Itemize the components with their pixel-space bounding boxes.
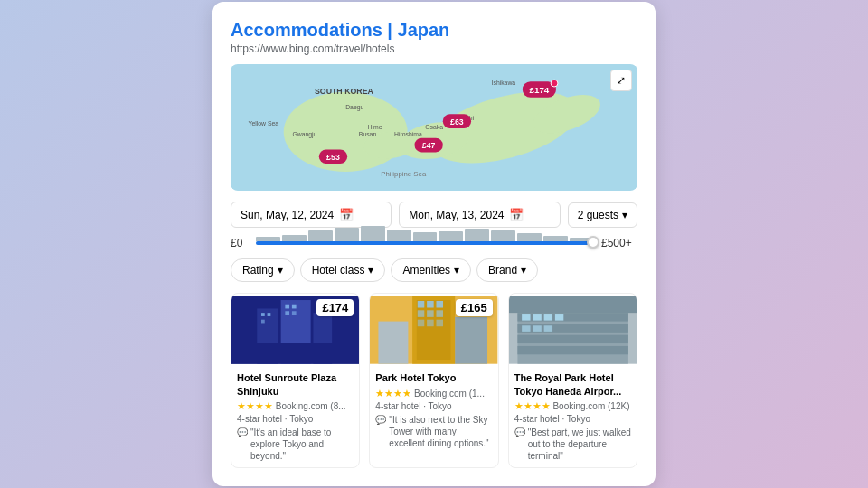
bar-10 — [491, 230, 515, 241]
hotel-image-1: £174 — [231, 294, 359, 366]
svg-rect-57 — [517, 335, 627, 343]
main-card: Accommodations | Japan https://www.bing.… — [212, 2, 656, 486]
hotel-stars-1: ★★★★ — [237, 400, 273, 411]
hotel-name-2: Park Hotel Tokyo — [375, 371, 492, 384]
checkout-calendar-icon: 📅 — [509, 208, 524, 221]
hotel-info-3: The Royal Park Hotel Tokyo Haneda Airpor… — [509, 366, 637, 467]
bar-8 — [439, 231, 463, 241]
svg-rect-35 — [285, 305, 289, 309]
svg-text:Osaka: Osaka — [425, 124, 443, 130]
filter-brand-label: Brand — [488, 264, 517, 277]
bar-6 — [387, 230, 411, 241]
bar-12 — [543, 236, 568, 242]
svg-rect-64 — [533, 325, 541, 332]
map-container: SOUTH KOREA Daegu Yellow Sea Gwangju Bus… — [231, 64, 637, 191]
bar-5 — [361, 226, 385, 242]
bar-2 — [282, 235, 307, 242]
svg-text:£53: £53 — [326, 153, 340, 162]
filter-rating-label: Rating — [242, 264, 274, 277]
bar-3 — [308, 230, 333, 241]
svg-rect-52 — [456, 317, 488, 364]
checkout-value: Mon, May, 13, 2024 — [409, 209, 504, 221]
filter-amenities-label: Amenities — [402, 264, 450, 277]
price-slider-track[interactable] — [256, 241, 594, 245]
filter-hotel-class-label: Hotel class — [312, 264, 365, 277]
filter-brand[interactable]: Brand ▾ — [476, 258, 538, 282]
review-icon-2: 💬 — [375, 414, 386, 426]
hotels-grid: £174 Hotel Sunroute Plaza Shinjuku ★★★★ … — [231, 293, 637, 468]
price-min-label: £0 — [231, 237, 249, 249]
svg-text:Daegu: Daegu — [345, 105, 363, 112]
hotel-image-3 — [509, 294, 637, 366]
svg-rect-59 — [522, 314, 530, 321]
filter-brand-chevron: ▾ — [521, 264, 526, 277]
filter-rating-chevron: ▾ — [278, 264, 283, 277]
svg-rect-61 — [543, 314, 552, 321]
bar-4 — [335, 228, 359, 241]
hotel-price-badge-2: £165 — [456, 299, 493, 316]
svg-rect-44 — [437, 301, 444, 308]
filter-amenities[interactable]: Amenities ▾ — [391, 258, 471, 282]
svg-text:Busan: Busan — [359, 131, 377, 137]
svg-rect-37 — [285, 311, 289, 315]
svg-text:Gwangju: Gwangju — [292, 131, 316, 138]
hotel-review-3: 💬 "Best part, we just walked out to the … — [514, 427, 631, 462]
svg-rect-32 — [261, 313, 265, 316]
svg-text:Hime: Hime — [368, 124, 382, 130]
svg-text:SOUTH KOREA: SOUTH KOREA — [315, 87, 374, 96]
guests-chevron-icon: ▾ — [622, 209, 627, 221]
review-icon-1: 💬 — [237, 427, 248, 438]
hotel-image-2: £165 — [370, 294, 497, 366]
bar-7 — [413, 232, 438, 241]
svg-text:£47: £47 — [422, 142, 436, 151]
hotel-stars-3: ★★★★ — [514, 400, 551, 411]
svg-rect-38 — [292, 311, 297, 315]
checkin-value: Sun, May, 12, 2024 — [241, 209, 334, 221]
filter-hotel-class[interactable]: Hotel class ▾ — [300, 258, 386, 282]
checkin-calendar-icon: 📅 — [339, 208, 354, 221]
page-title: Accommodations | Japan — [231, 20, 637, 41]
slider-thumb[interactable] — [587, 236, 599, 249]
hotel-card-1[interactable]: £174 Hotel Sunroute Plaza Shinjuku ★★★★ … — [231, 293, 360, 468]
svg-rect-60 — [533, 314, 541, 321]
svg-rect-36 — [292, 305, 297, 309]
map-expand-button[interactable]: ⤢ — [610, 70, 632, 91]
slider-fill — [256, 241, 594, 245]
hotel-review-1: 💬 "It's an ideal base to explore Tokyo a… — [237, 427, 354, 462]
svg-rect-47 — [437, 311, 444, 318]
filter-hotel-class-chevron: ▾ — [368, 264, 373, 277]
svg-rect-41 — [417, 300, 451, 360]
hotel-card-3[interactable]: The Royal Park Hotel Tokyo Haneda Airpor… — [508, 293, 637, 468]
svg-rect-33 — [268, 313, 271, 316]
svg-rect-45 — [418, 311, 425, 318]
filter-row: Rating ▾ Hotel class ▾ Amenities ▾ Brand… — [231, 258, 637, 282]
filter-amenities-chevron: ▾ — [454, 264, 459, 277]
hotel-type-3: 4-star hotel · Tokyo — [514, 414, 631, 424]
hotel-info-1: Hotel Sunroute Plaza Shinjuku ★★★★ Booki… — [231, 366, 359, 467]
hotel-info-2: Park Hotel Tokyo ★★★★ Booking.com (1... … — [370, 366, 497, 454]
svg-text:Hiroshima: Hiroshima — [394, 131, 422, 137]
svg-rect-58 — [517, 346, 627, 354]
review-icon-3: 💬 — [514, 427, 525, 438]
svg-text:Philippine Sea: Philippine Sea — [381, 170, 427, 178]
svg-rect-51 — [379, 322, 409, 364]
hotel-stars-2: ★★★★ — [375, 388, 411, 399]
svg-rect-62 — [555, 314, 563, 321]
svg-text:Yellow Sea: Yellow Sea — [249, 120, 279, 127]
page-url: https://www.bing.com/travel/hotels — [231, 42, 637, 55]
hotel-type-1: 4-star hotel · Tokyo — [237, 414, 354, 424]
hotel-booking-1: ★★★★ Booking.com (8... — [237, 400, 354, 412]
hotel-card-2[interactable]: £165 Park Hotel Tokyo ★★★★ Booking.com (… — [369, 293, 498, 468]
svg-rect-42 — [418, 301, 425, 308]
svg-rect-63 — [522, 325, 530, 332]
svg-rect-48 — [418, 320, 425, 327]
hotel-name-3: The Royal Park Hotel Tokyo Haneda Airpor… — [514, 371, 631, 398]
svg-rect-31 — [231, 343, 359, 364]
hotel-price-badge-1: £174 — [316, 299, 354, 316]
svg-rect-66 — [509, 296, 637, 314]
bar-9 — [465, 229, 489, 241]
filter-rating[interactable]: Rating ▾ — [231, 258, 295, 282]
hotel-type-2: 4-star hotel · Tokyo — [375, 401, 492, 411]
price-range-row: £0 £500+ — [231, 237, 637, 249]
svg-rect-65 — [543, 325, 552, 332]
